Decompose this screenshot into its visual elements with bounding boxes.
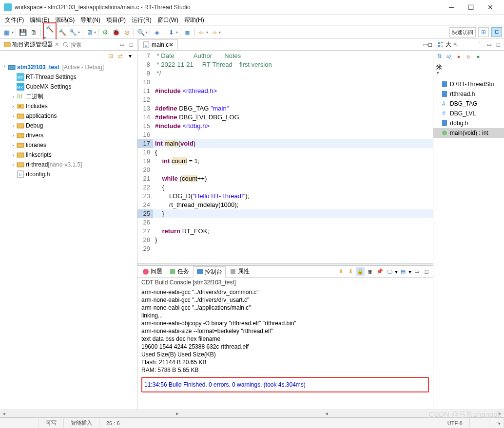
console-pin-button[interactable]: 📌 — [375, 267, 384, 276]
debug-button[interactable]: 🐞 — [111, 27, 121, 37]
project-explorer-tab[interactable]: 项目资源管理器 ✕ — [2, 39, 61, 50]
c-perspective-button[interactable]: C — [491, 27, 502, 37]
editor-maximize-button[interactable]: □ — [428, 41, 432, 48]
line-number[interactable]: 7 — [137, 52, 153, 60]
download-button[interactable]: ⬇ — [166, 27, 176, 37]
menu-file[interactable]: 文件(F) — [2, 15, 27, 25]
target-button[interactable]: 🖥 — [84, 27, 94, 37]
outline-item[interactable]: D:\RT-ThreadStu — [433, 79, 504, 89]
line-number[interactable]: 21 — [137, 174, 153, 183]
maximize-view-button[interactable]: □ — [127, 41, 135, 49]
code-line[interactable]: int count = 1; — [153, 157, 433, 166]
line-number[interactable]: 20 — [137, 166, 153, 174]
line-number[interactable]: 24 — [137, 201, 153, 209]
line-number[interactable]: 23 — [137, 192, 153, 201]
outline-hide-fields-button[interactable]: ● — [455, 53, 463, 60]
code-line[interactable]: #include <rtthread.h> — [153, 87, 433, 95]
link-editor-button[interactable]: ⇄ — [116, 52, 124, 60]
collapse-all-button[interactable]: ⊟ — [107, 52, 115, 60]
run-button[interactable]: ⚙ — [100, 27, 110, 37]
search-input[interactable] — [71, 42, 100, 48]
quick-access[interactable]: 快速访问 — [449, 27, 476, 37]
code-line[interactable]: * 2022-11-21 RT-Thread first version — [153, 60, 433, 69]
tree-item[interactable]: ›01二进制 — [0, 92, 137, 101]
editor-minimize-button[interactable]: ▭ — [423, 41, 428, 48]
code-line[interactable]: * Date Author Notes — [153, 52, 433, 60]
bottom-scrollbar[interactable]: ◂▸ ◂▸ — [0, 409, 504, 417]
code-line[interactable] — [153, 166, 433, 174]
tree-item[interactable]: ›applications — [0, 111, 137, 121]
code-line[interactable]: } — [153, 236, 433, 244]
line-number[interactable]: 28 — [137, 236, 153, 244]
code-line[interactable]: #include <rtdbg.h> — [153, 122, 433, 130]
line-number[interactable]: 17 — [137, 139, 153, 148]
line-number[interactable]: 11 — [137, 87, 153, 95]
problems-tab[interactable]: 问题 — [139, 266, 165, 277]
line-number[interactable]: 14 — [137, 113, 153, 122]
build-all-button[interactable]: 🔨 — [58, 27, 67, 37]
close-icon[interactable]: ✕ — [169, 41, 174, 48]
tree-item[interactable]: hrtconfig.h — [0, 169, 137, 179]
view-menu-button[interactable]: ▾ — [126, 52, 134, 60]
back-button[interactable]: ⇐ — [196, 27, 206, 37]
code-area[interactable]: * Date Author Notes * 2022-11-21 RT-Thre… — [153, 51, 433, 263]
line-number[interactable]: 10 — [137, 78, 153, 87]
menu-navigate[interactable]: 导航(N) — [78, 15, 103, 25]
tree-item[interactable]: RTRT-Thread Settings — [0, 72, 137, 82]
tasks-tab[interactable]: 任务 — [166, 266, 192, 277]
line-number[interactable]: 26 — [137, 218, 153, 227]
maximize-button[interactable]: ☐ — [461, 1, 481, 14]
outline-maximize-button[interactable]: □ — [494, 41, 502, 49]
outline-minimize-button[interactable]: ▭ — [485, 41, 493, 49]
tree-item[interactable]: ›rt-thread [nano-v3.1.5] — [0, 160, 137, 169]
line-number[interactable]: 25 — [137, 209, 153, 218]
outline-list[interactable]: D:\RT-ThreadSturtthread.h#DBG_TAG#DBG_LV… — [433, 79, 504, 409]
console-lock-button[interactable]: 🔒 — [356, 267, 365, 276]
code-editor[interactable]: 7891011121314151617181920212223242526272… — [137, 51, 433, 263]
line-number[interactable]: 12 — [137, 95, 153, 104]
code-line[interactable]: */ — [153, 69, 433, 78]
editor-tab-mainc[interactable]: c main.c ✕ — [138, 39, 178, 50]
tree-item[interactable]: ›Debug — [0, 121, 137, 130]
project-tree[interactable]: ˅ stm32f103_test [Active - Debug] RTRT-T… — [0, 61, 137, 409]
code-line[interactable]: { — [153, 148, 433, 157]
menu-project[interactable]: 项目(P) — [103, 15, 129, 25]
console-clear-button[interactable]: 🗑 — [366, 267, 374, 276]
tree-item[interactable]: ›#Includes — [0, 101, 137, 111]
save-all-button[interactable]: 🗎 — [29, 27, 39, 37]
code-line[interactable]: while (count++) — [153, 174, 433, 183]
outline-item[interactable]: #DBG_TAG — [433, 99, 504, 109]
outline-item[interactable]: main(void) : int — [433, 128, 504, 138]
code-line[interactable] — [153, 244, 433, 253]
line-number[interactable]: 22 — [137, 183, 153, 192]
console-tab[interactable]: 控制台 — [193, 266, 226, 278]
tree-item[interactable]: ›libraries — [0, 140, 137, 150]
line-number[interactable]: 13 — [137, 104, 153, 113]
close-button[interactable]: ✕ — [481, 1, 500, 14]
console-display-button[interactable]: 🖵 — [385, 267, 394, 276]
console-up-button[interactable]: ⬆ — [336, 267, 345, 276]
line-gutter[interactable]: 7891011121314151617181920212223242526272… — [137, 51, 153, 263]
new-dropdown-icon[interactable]: ▾ — [12, 30, 14, 35]
code-line[interactable]: LOG_D("Hello RT-Thread!"); — [153, 192, 433, 201]
search-button[interactable]: 🔍 — [136, 27, 146, 37]
line-number[interactable]: 29 — [137, 244, 153, 253]
code-line[interactable]: int main(void) — [153, 139, 433, 148]
outline-item[interactable]: rtdbg.h — [433, 118, 504, 128]
line-number[interactable]: 16 — [137, 130, 153, 139]
menu-window[interactable]: 窗口(W) — [155, 15, 181, 25]
line-number[interactable]: 27 — [137, 227, 153, 236]
console-down-button[interactable]: ⬇ — [346, 267, 355, 276]
outline-sort-button[interactable]: ⇅ — [435, 53, 443, 60]
menu-help[interactable]: 帮助(H) — [181, 15, 207, 25]
console-open-button[interactable]: ▤ — [399, 267, 407, 276]
line-number[interactable]: 15 — [137, 122, 153, 130]
code-line[interactable]: } — [153, 209, 433, 218]
code-line[interactable]: { — [153, 183, 433, 192]
code-line[interactable]: return RT_EOK; — [153, 227, 433, 236]
forward-button[interactable]: ⇒ — [209, 27, 219, 37]
code-line[interactable] — [153, 78, 433, 87]
code-line[interactable] — [153, 218, 433, 227]
menu-run[interactable]: 运行(R) — [129, 15, 155, 25]
minimize-button[interactable]: ─ — [442, 1, 461, 14]
